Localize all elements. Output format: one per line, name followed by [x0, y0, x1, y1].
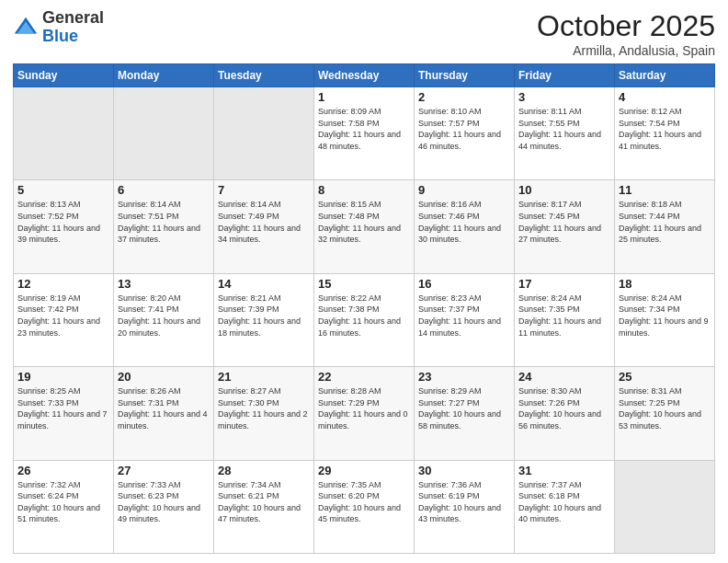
day-info: Sunrise: 7:36 AMSunset: 6:19 PMDaylight:… — [418, 479, 510, 525]
day-number: 6 — [118, 183, 210, 197]
calendar-cell: 11Sunrise: 8:18 AMSunset: 7:44 PMDayligh… — [615, 180, 715, 273]
day-info: Sunrise: 7:37 AMSunset: 6:18 PMDaylight:… — [518, 479, 610, 525]
calendar-cell: 29Sunrise: 7:35 AMSunset: 6:20 PMDayligh… — [314, 460, 415, 553]
day-number: 30 — [418, 464, 510, 477]
calendar-cell: 10Sunrise: 8:17 AMSunset: 7:45 PMDayligh… — [515, 180, 615, 273]
logo-blue: Blue — [42, 27, 78, 45]
calendar-cell: 31Sunrise: 7:37 AMSunset: 6:18 PMDayligh… — [515, 460, 615, 553]
calendar-cell: 18Sunrise: 8:24 AMSunset: 7:34 PMDayligh… — [615, 273, 715, 366]
calendar-cell: 26Sunrise: 7:32 AMSunset: 6:24 PMDayligh… — [14, 460, 114, 553]
calendar-cell: 21Sunrise: 8:27 AMSunset: 7:30 PMDayligh… — [214, 367, 314, 460]
location: Armilla, Andalusia, Spain — [537, 43, 715, 58]
day-info: Sunrise: 8:16 AMSunset: 7:46 PMDaylight:… — [418, 199, 510, 245]
day-number: 15 — [318, 277, 410, 291]
calendar-cell — [14, 87, 114, 180]
day-number: 8 — [318, 183, 410, 197]
day-number: 12 — [17, 277, 109, 291]
week-row-0: 1Sunrise: 8:09 AMSunset: 7:58 PMDaylight… — [14, 87, 715, 180]
calendar-cell: 7Sunrise: 8:14 AMSunset: 7:49 PMDaylight… — [214, 180, 314, 273]
header-friday: Friday — [515, 64, 615, 87]
calendar-cell: 2Sunrise: 8:10 AMSunset: 7:57 PMDaylight… — [415, 87, 515, 180]
header-monday: Monday — [114, 64, 214, 87]
day-number: 10 — [518, 183, 610, 197]
calendar-cell: 4Sunrise: 8:12 AMSunset: 7:54 PMDaylight… — [615, 87, 715, 180]
calendar-cell: 9Sunrise: 8:16 AMSunset: 7:46 PMDaylight… — [415, 180, 515, 273]
calendar-cell: 16Sunrise: 8:23 AMSunset: 7:37 PMDayligh… — [415, 273, 515, 366]
calendar-cell: 14Sunrise: 8:21 AMSunset: 7:39 PMDayligh… — [214, 273, 314, 366]
calendar-cell: 13Sunrise: 8:20 AMSunset: 7:41 PMDayligh… — [114, 273, 214, 366]
calendar-cell: 23Sunrise: 8:29 AMSunset: 7:27 PMDayligh… — [415, 367, 515, 460]
day-number: 18 — [619, 277, 711, 291]
day-info: Sunrise: 8:14 AMSunset: 7:51 PMDaylight:… — [118, 199, 210, 245]
title-block: October 2025 Armilla, Andalusia, Spain — [537, 9, 715, 58]
calendar-cell: 25Sunrise: 8:31 AMSunset: 7:25 PMDayligh… — [615, 367, 715, 460]
calendar-cell: 8Sunrise: 8:15 AMSunset: 7:48 PMDaylight… — [314, 180, 415, 273]
month-title: October 2025 — [537, 9, 715, 43]
day-info: Sunrise: 7:32 AMSunset: 6:24 PMDaylight:… — [17, 479, 109, 525]
day-info: Sunrise: 8:18 AMSunset: 7:44 PMDaylight:… — [619, 199, 711, 245]
day-number: 20 — [118, 370, 210, 384]
day-number: 31 — [518, 464, 610, 477]
day-number: 25 — [619, 370, 711, 384]
calendar-cell: 6Sunrise: 8:14 AMSunset: 7:51 PMDaylight… — [114, 180, 214, 273]
day-info: Sunrise: 8:10 AMSunset: 7:57 PMDaylight:… — [418, 106, 510, 152]
day-number: 23 — [418, 370, 510, 384]
calendar-cell: 19Sunrise: 8:25 AMSunset: 7:33 PMDayligh… — [14, 367, 114, 460]
day-number: 2 — [418, 90, 510, 104]
header-sunday: Sunday — [14, 64, 114, 87]
calendar-header-row: Sunday Monday Tuesday Wednesday Thursday… — [14, 64, 715, 87]
day-number: 22 — [318, 370, 410, 384]
day-info: Sunrise: 7:35 AMSunset: 6:20 PMDaylight:… — [318, 479, 410, 525]
day-info: Sunrise: 7:34 AMSunset: 6:21 PMDaylight:… — [218, 479, 310, 525]
day-info: Sunrise: 8:12 AMSunset: 7:54 PMDaylight:… — [619, 106, 711, 152]
day-info: Sunrise: 8:28 AMSunset: 7:29 PMDaylight:… — [318, 385, 410, 431]
calendar-cell — [114, 87, 214, 180]
day-info: Sunrise: 8:25 AMSunset: 7:33 PMDaylight:… — [17, 385, 109, 431]
header: General Blue October 2025 Armilla, Andal… — [13, 9, 715, 58]
calendar-cell: 5Sunrise: 8:13 AMSunset: 7:52 PMDaylight… — [14, 180, 114, 273]
day-info: Sunrise: 8:09 AMSunset: 7:58 PMDaylight:… — [318, 106, 410, 152]
day-info: Sunrise: 8:24 AMSunset: 7:35 PMDaylight:… — [518, 293, 610, 339]
day-info: Sunrise: 8:31 AMSunset: 7:25 PMDaylight:… — [619, 385, 711, 431]
day-info: Sunrise: 8:30 AMSunset: 7:26 PMDaylight:… — [518, 385, 610, 431]
day-info: Sunrise: 8:14 AMSunset: 7:49 PMDaylight:… — [218, 199, 310, 245]
header-saturday: Saturday — [615, 64, 715, 87]
week-row-1: 5Sunrise: 8:13 AMSunset: 7:52 PMDaylight… — [14, 180, 715, 273]
day-number: 14 — [218, 277, 310, 291]
day-number: 5 — [17, 183, 109, 197]
page: General Blue October 2025 Armilla, Andal… — [0, 0, 728, 563]
week-row-2: 12Sunrise: 8:19 AMSunset: 7:42 PMDayligh… — [14, 273, 715, 366]
calendar-cell: 30Sunrise: 7:36 AMSunset: 6:19 PMDayligh… — [415, 460, 515, 553]
week-row-4: 26Sunrise: 7:32 AMSunset: 6:24 PMDayligh… — [14, 460, 715, 553]
week-row-3: 19Sunrise: 8:25 AMSunset: 7:33 PMDayligh… — [14, 367, 715, 460]
header-thursday: Thursday — [415, 64, 515, 87]
logo-text: General Blue — [42, 9, 104, 46]
day-info: Sunrise: 8:29 AMSunset: 7:27 PMDaylight:… — [418, 385, 510, 431]
day-info: Sunrise: 8:27 AMSunset: 7:30 PMDaylight:… — [218, 385, 310, 431]
calendar-cell: 28Sunrise: 7:34 AMSunset: 6:21 PMDayligh… — [214, 460, 314, 553]
day-info: Sunrise: 8:22 AMSunset: 7:38 PMDaylight:… — [318, 293, 410, 339]
day-number: 9 — [418, 183, 510, 197]
day-number: 13 — [118, 277, 210, 291]
calendar-cell: 3Sunrise: 8:11 AMSunset: 7:55 PMDaylight… — [515, 87, 615, 180]
day-info: Sunrise: 7:33 AMSunset: 6:23 PMDaylight:… — [118, 479, 210, 525]
day-info: Sunrise: 8:15 AMSunset: 7:48 PMDaylight:… — [318, 199, 410, 245]
day-info: Sunrise: 8:23 AMSunset: 7:37 PMDaylight:… — [418, 293, 510, 339]
calendar-cell: 15Sunrise: 8:22 AMSunset: 7:38 PMDayligh… — [314, 273, 415, 366]
header-tuesday: Tuesday — [214, 64, 314, 87]
day-number: 7 — [218, 183, 310, 197]
day-number: 29 — [318, 464, 410, 477]
calendar-table: Sunday Monday Tuesday Wednesday Thursday… — [13, 63, 715, 554]
day-info: Sunrise: 8:24 AMSunset: 7:34 PMDaylight:… — [619, 293, 711, 339]
logo: General Blue — [13, 9, 104, 46]
calendar-cell: 24Sunrise: 8:30 AMSunset: 7:26 PMDayligh… — [515, 367, 615, 460]
calendar-cell: 20Sunrise: 8:26 AMSunset: 7:31 PMDayligh… — [114, 367, 214, 460]
header-wednesday: Wednesday — [314, 64, 415, 87]
day-number: 19 — [17, 370, 109, 384]
day-number: 16 — [418, 277, 510, 291]
day-number: 11 — [619, 183, 711, 197]
day-info: Sunrise: 8:20 AMSunset: 7:41 PMDaylight:… — [118, 293, 210, 339]
day-number: 27 — [118, 464, 210, 477]
day-info: Sunrise: 8:17 AMSunset: 7:45 PMDaylight:… — [518, 199, 610, 245]
day-number: 26 — [17, 464, 109, 477]
